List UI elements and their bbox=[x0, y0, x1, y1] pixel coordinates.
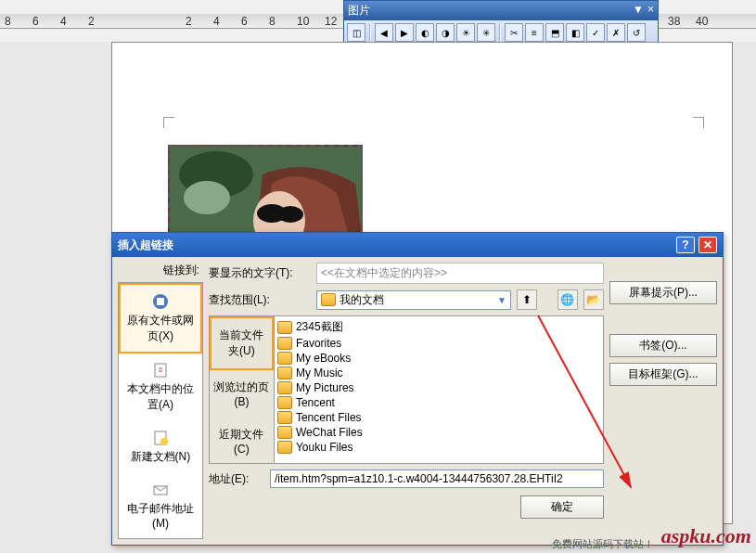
svg-rect-7 bbox=[157, 298, 164, 305]
browse-web-icon[interactable]: 🌐 bbox=[557, 289, 578, 310]
transparent-icon[interactable]: ✗ bbox=[607, 23, 625, 42]
fb-current-folder[interactable]: 当前文件夹(U) bbox=[210, 316, 274, 370]
nav-new-document[interactable]: 新建文档(N) bbox=[119, 421, 202, 473]
up-folder-icon[interactable]: ⬆ bbox=[517, 289, 537, 310]
insert-image-icon[interactable]: ◫ bbox=[347, 23, 365, 42]
list-item[interactable]: My Pictures bbox=[276, 380, 601, 395]
list-item[interactable]: My eBooks bbox=[276, 351, 601, 366]
arrow-down-icon[interactable]: ▼ bbox=[633, 3, 644, 19]
contrast-down-icon[interactable]: ◑ bbox=[436, 23, 455, 42]
rotate-left-icon[interactable]: ◀ bbox=[375, 23, 393, 42]
bookmark-button[interactable]: 书签(O)... bbox=[609, 334, 717, 357]
lookup-folder-select[interactable]: 我的文档 bbox=[316, 290, 511, 310]
dialog-title: 插入超链接 bbox=[118, 238, 173, 253]
svg-point-2 bbox=[184, 181, 230, 214]
list-item[interactable]: My Music bbox=[276, 366, 601, 380]
link-to-label: 链接到: bbox=[118, 263, 203, 278]
nav-place-in-doc[interactable]: 本文档中的位置(A) bbox=[119, 354, 202, 421]
svg-rect-8 bbox=[155, 364, 166, 377]
brightness-down-icon[interactable]: ✳ bbox=[477, 23, 495, 42]
folder-icon bbox=[321, 293, 336, 306]
format-icon[interactable]: ✓ bbox=[586, 23, 605, 42]
svg-point-10 bbox=[160, 438, 168, 445]
dialog-titlebar[interactable]: 插入超链接 ? ✕ bbox=[112, 233, 723, 257]
insert-hyperlink-dialog: 插入超链接 ? ✕ 链接到: 原有文件或网页(X) 本文档中的位置(A) 新建文… bbox=[111, 232, 724, 546]
brightness-up-icon[interactable]: ☀ bbox=[456, 23, 475, 42]
target-frame-button[interactable]: 目标框架(G)... bbox=[609, 363, 717, 386]
file-list[interactable]: 2345截图 Favorites My eBooks My Music My P… bbox=[275, 316, 603, 463]
fb-recent-files[interactable]: 近期文件(C) bbox=[210, 418, 274, 465]
rotate-right-icon[interactable]: ▶ bbox=[395, 23, 414, 42]
fb-browsed-pages[interactable]: 浏览过的页(B) bbox=[210, 370, 274, 418]
picture-toolbar[interactable]: 图片 ▼ × ◫ ◀ ▶ ◐ ◑ ☀ ✳ ✂ ≡ ⬒ ◧ ✓ ✗ ↺ bbox=[343, 0, 659, 45]
list-item[interactable]: Tencent Files bbox=[276, 410, 601, 425]
line-style-icon[interactable]: ≡ bbox=[525, 23, 544, 42]
nav-existing-file[interactable]: 原有文件或网页(X) bbox=[119, 283, 202, 354]
address-input[interactable] bbox=[270, 469, 604, 488]
watermark-subtitle: 免费网站源码下载站！ bbox=[552, 537, 654, 551]
screentip-button[interactable]: 屏幕提示(P)... bbox=[609, 281, 717, 304]
list-item[interactable]: Favorites bbox=[276, 336, 601, 351]
svg-point-5 bbox=[277, 206, 303, 223]
display-text-label: 要显示的文字(T): bbox=[209, 265, 311, 281]
nav-email-address[interactable]: 电子邮件地址(M) bbox=[119, 473, 202, 538]
close-icon[interactable]: × bbox=[647, 3, 654, 19]
compress-icon[interactable]: ⬒ bbox=[545, 23, 564, 42]
watermark-logo: aspku.com bbox=[661, 524, 751, 548]
display-text-field: <<在文档中选定的内容>> bbox=[316, 263, 604, 284]
ok-button[interactable]: 确定 bbox=[520, 495, 604, 519]
help-button[interactable]: ? bbox=[676, 237, 695, 253]
list-item[interactable]: Youku Files bbox=[276, 440, 601, 455]
contrast-up-icon[interactable]: ◐ bbox=[416, 23, 434, 42]
text-wrap-icon[interactable]: ◧ bbox=[566, 23, 584, 42]
address-label: 地址(E): bbox=[209, 471, 264, 487]
crop-icon[interactable]: ✂ bbox=[505, 23, 523, 42]
close-button[interactable]: ✕ bbox=[698, 237, 717, 253]
reset-icon[interactable]: ↺ bbox=[627, 23, 646, 42]
list-item[interactable]: WeChat Files bbox=[276, 425, 601, 440]
list-item[interactable]: Tencent bbox=[276, 395, 601, 410]
list-item[interactable]: 2345截图 bbox=[276, 318, 601, 336]
lookup-label: 查找范围(L): bbox=[209, 292, 311, 308]
picture-toolbar-title: 图片 bbox=[348, 3, 370, 19]
browse-file-icon[interactable]: 📂 bbox=[583, 289, 604, 310]
